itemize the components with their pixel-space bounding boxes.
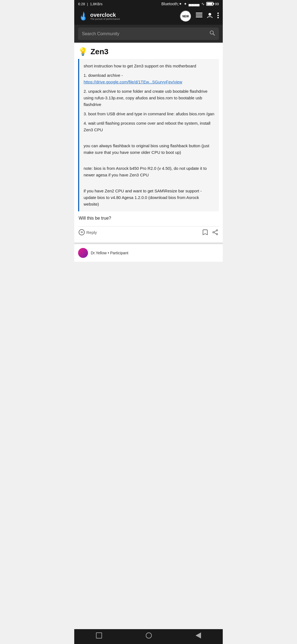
more-options-button[interactable] (217, 12, 219, 20)
menu-list-button[interactable] (196, 13, 202, 20)
app-header: overclock The pursuit of performance NEW (74, 8, 223, 25)
logo-subtitle: The pursuit of performance (90, 18, 120, 21)
quote-step1-prefix: 1. download archive - (84, 73, 123, 78)
main-content: 💡 Zen3 short instruction how to get Zen3… (74, 43, 223, 242)
logo-title: overclock (90, 12, 120, 18)
quote-note3: if you have Zen2 CPU and want to get SAM… (84, 188, 215, 208)
bluetooth-icon: Bluetooth;✦ (161, 2, 182, 6)
svg-point-12 (213, 232, 214, 233)
battery-icon (206, 2, 213, 6)
battery-level: 99 (215, 2, 219, 6)
wifi-icon: ∿ (201, 2, 205, 6)
status-time-speed: 6:28 | 1,8KB/s (78, 2, 103, 6)
svg-point-5 (218, 15, 219, 16)
avatar (78, 248, 88, 258)
logo-area: overclock The pursuit of performance (78, 11, 177, 21)
action-left: Reply (79, 229, 97, 235)
action-bar: Reply (78, 226, 219, 238)
search-button[interactable] (210, 30, 215, 37)
svg-line-14 (214, 233, 216, 234)
quote-step1-link[interactable]: https://drive.google.com/file/d/1TEw...S… (84, 80, 182, 84)
svg-rect-1 (196, 15, 202, 15)
quote-step2: 2. unpack archive to some folder and cre… (84, 88, 215, 108)
share-button[interactable] (212, 230, 218, 235)
bulb-icon: 💡 (78, 47, 88, 56)
quote-step4: 4. wait until flashing process come over… (84, 120, 215, 133)
bluetooth-icon: ✦ (184, 2, 187, 6)
svg-point-6 (218, 17, 219, 18)
profile-button[interactable] (207, 12, 213, 20)
status-icons: Bluetooth;✦ ✦ ▄▄▄▄ ∿ 99 (161, 2, 219, 6)
post-title: Zen3 (90, 47, 108, 56)
status-speed: 1,8KB/s (90, 2, 103, 6)
svg-point-11 (216, 234, 218, 235)
quote-block: short instruction how to get Zen3 suppor… (78, 59, 219, 211)
reply-button[interactable]: Reply (79, 229, 97, 235)
reply-icon (79, 229, 85, 235)
new-posts-button[interactable]: NEW (180, 10, 191, 22)
svg-rect-0 (196, 13, 202, 13)
search-input[interactable] (82, 31, 207, 36)
share-icon (212, 230, 218, 235)
next-post-preview[interactable]: Dr.Yellow • Participant (74, 244, 223, 262)
bookmark-icon (202, 229, 208, 235)
bookmark-button[interactable] (202, 229, 208, 235)
svg-rect-2 (196, 17, 202, 17)
quote-note1: you can always flashback to original bio… (84, 143, 215, 156)
quote-intro: short instruction how to get Zen3 suppor… (84, 63, 215, 69)
post-title-area: 💡 Zen3 (78, 47, 219, 56)
svg-line-8 (213, 34, 215, 36)
preview-text: Dr.Yellow • Participant (91, 251, 128, 255)
reply-label: Reply (86, 230, 97, 235)
svg-point-10 (216, 230, 218, 231)
logo-text: overclock The pursuit of performance (90, 12, 120, 21)
logo-flame-icon (78, 11, 89, 21)
action-right (202, 229, 218, 235)
signal-icon: ▄▄▄▄ (189, 2, 200, 6)
quote-step1: 1. download archive - https://drive.goog… (84, 72, 215, 85)
svg-point-4 (218, 13, 219, 14)
status-time: 6:28 (78, 2, 85, 6)
post-question: Will this be true? (78, 216, 219, 221)
status-bar: 6:28 | 1,8KB/s Bluetooth;✦ ✦ ▄▄▄▄ ∿ 99 (74, 0, 223, 8)
search-bar-container (74, 25, 223, 43)
search-bar[interactable] (78, 28, 219, 40)
svg-point-3 (208, 13, 211, 16)
svg-line-13 (214, 231, 216, 232)
quote-step3: 3. boot from USB drive and type in comma… (84, 111, 215, 117)
header-actions: NEW (180, 10, 219, 22)
quote-note2: note: bios is from Asrock b450 Pro R2.0 … (84, 165, 215, 178)
